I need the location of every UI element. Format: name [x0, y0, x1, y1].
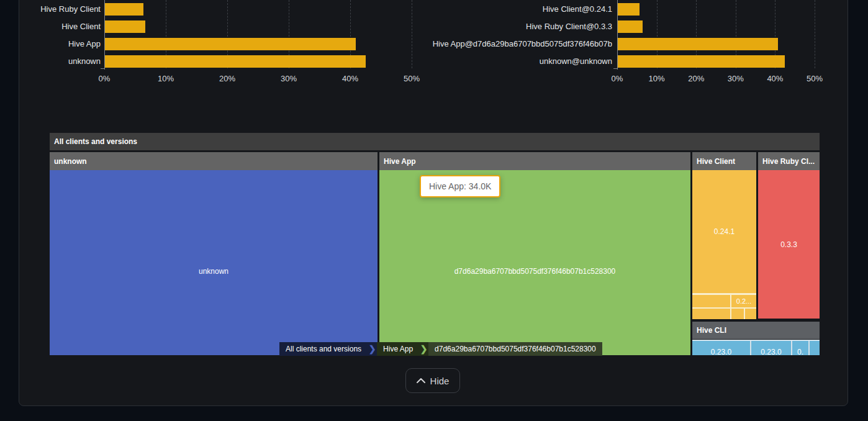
treemap-cell-0.3.3[interactable]: 0.3.3 — [758, 170, 820, 319]
category-label-hive-app-d7d6a29ba6707bbd5075df376f46b07: Hive App@d7d6a29ba6707bbd5075df376f46b07… — [433, 38, 612, 50]
bar-hive-app[interactable] — [105, 38, 356, 50]
category-label-unknown-unknown: unknown@unknown — [540, 55, 612, 68]
x-tick-label: 20% — [209, 74, 246, 83]
breadcrumb-item-all-clients-and-versions[interactable]: All clients and versions — [279, 342, 368, 356]
treemap-title[interactable]: All clients and versions — [50, 133, 820, 150]
treemap-cell-0.2...[interactable]: 0.2... — [731, 295, 756, 307]
treemap-cell-0.[interactable]: 0. — [792, 341, 808, 355]
treemap-cell-unlabeled[interactable] — [731, 309, 744, 319]
hide-button[interactable]: Hide — [405, 368, 460, 393]
x-gridline — [815, 0, 815, 68]
x-tick-label: 50% — [796, 74, 833, 83]
x-tick-label: 10% — [147, 74, 184, 83]
x-tick-label: 10% — [638, 74, 676, 83]
x-tick-label: 40% — [756, 74, 793, 83]
treemap-section-header-hive-cli[interactable]: Hive CLI — [692, 322, 820, 339]
chevron-up-icon — [417, 378, 425, 383]
treemap-section-header-hive-ruby-cl...[interactable]: Hive Ruby Cl... — [758, 152, 820, 170]
treemap-section-header-unknown[interactable]: unknown — [50, 152, 377, 170]
treemap-all-clients-and-versions: All clients and versionsunknownunknownHi… — [50, 133, 820, 355]
category-label-unknown: unknown — [68, 55, 101, 68]
category-label-hive-ruby-client-0.3.3: Hive Ruby Client@0.3.3 — [526, 20, 612, 33]
breadcrumb: All clients and versions❯Hive App❯d7d6a2… — [279, 342, 602, 356]
breadcrumb-item-hive-app[interactable]: Hive App — [377, 342, 419, 356]
x-tick-label: 0% — [599, 74, 636, 83]
treemap-cell-0.23.0[interactable]: 0.23.0 — [692, 341, 750, 355]
bar-unknown[interactable] — [105, 55, 366, 68]
category-label-hive-client: Hive Client — [61, 20, 101, 33]
treemap-cell-0.24.1[interactable]: 0.24.1 — [692, 170, 756, 293]
x-axis-tick — [613, 68, 617, 69]
treemap-cell-unlabeled[interactable] — [692, 309, 730, 319]
treemap-cell-unlabeled[interactable] — [692, 295, 730, 307]
category-label-hive-ruby-client: Hive Ruby Client — [40, 3, 101, 16]
treemap-cell-0.23.0[interactable]: 0.23.0 — [751, 341, 791, 355]
bar-hive-client-0.24.1[interactable] — [618, 3, 640, 16]
treemap-section-header-hive-client[interactable]: Hive Client — [692, 152, 756, 170]
bar-hive-client[interactable] — [105, 20, 145, 33]
bar-hive-app-d7d6a29ba6707bbd5075df376f46b07[interactable] — [618, 38, 778, 50]
treemap-cell-unknown[interactable]: unknown — [50, 170, 377, 355]
bar-hive-ruby-client[interactable] — [105, 3, 143, 16]
treemap-cell-unlabeled[interactable] — [810, 341, 820, 355]
x-axis-tick — [101, 68, 104, 69]
x-tick-label: 0% — [86, 74, 123, 83]
hide-button-label: Hide — [430, 376, 450, 386]
x-gridline — [412, 0, 412, 68]
bar-hive-ruby-client-0.3.3[interactable] — [618, 20, 643, 33]
breadcrumb-separator-icon: ❯ — [419, 342, 428, 356]
category-label-hive-app: Hive App — [68, 38, 101, 50]
breadcrumb-item-d7d6a29ba6707bbd5075df376f46b07b1c528300[interactable]: d7d6a29ba6707bbd5075df376f46b07b1c528300 — [428, 342, 602, 356]
treemap-cell-d7d6a29ba6707bbd5075df376f46b07b1c528300[interactable]: d7d6a29ba6707bbd5075df376f46b07b1c528300 — [379, 170, 690, 355]
treemap-section-header-hive-app[interactable]: Hive App — [379, 152, 690, 170]
x-tick-label: 20% — [677, 74, 715, 83]
x-tick-label: 30% — [270, 74, 307, 83]
treemap-tooltip: Hive App: 34.0K — [420, 175, 500, 197]
x-tick-label: 50% — [393, 74, 430, 83]
x-tick-label: 30% — [717, 74, 754, 83]
breadcrumb-separator-icon: ❯ — [368, 342, 377, 356]
bar-unknown-unknown[interactable] — [618, 55, 785, 68]
x-tick-label: 40% — [332, 74, 369, 83]
category-label-hive-client-0.24.1: Hive Client@0.24.1 — [543, 3, 612, 16]
treemap-cell-unlabeled[interactable] — [745, 309, 756, 319]
